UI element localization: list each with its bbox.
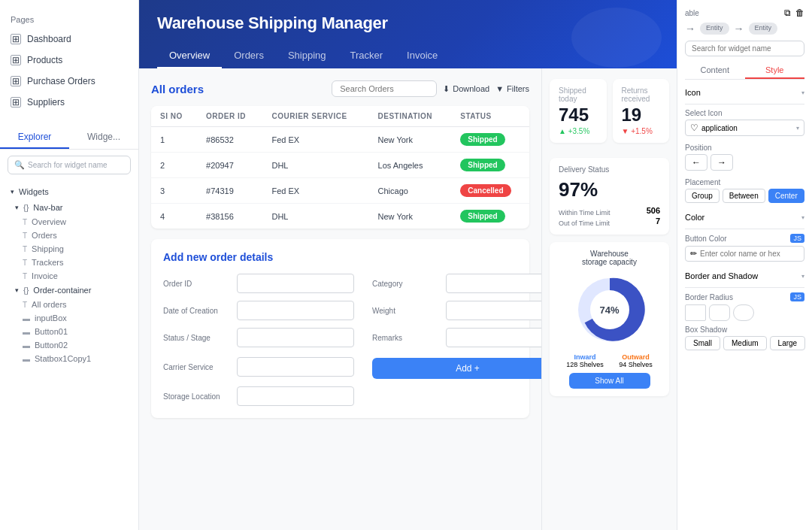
download-button[interactable]: ⬇ Download [443, 84, 489, 94]
icon-section-caret[interactable]: ▾ [801, 89, 804, 96]
filters-button[interactable]: ▼ Filters [495, 84, 529, 93]
widgets-section-header[interactable]: ▾ Widgets [0, 183, 138, 200]
config-search-input[interactable] [685, 41, 804, 56]
field-weight: Weight [372, 301, 541, 320]
config-border-shadow-section: Border and Shadow ▾ Border Radius JS Box… [685, 269, 804, 350]
input-category[interactable] [446, 274, 541, 293]
field-storage-location: Storage Location [163, 386, 354, 406]
config-tab-style[interactable]: Style [745, 62, 805, 79]
config-panel-label: able [685, 9, 699, 17]
widget-item-overview[interactable]: T Overview [0, 215, 138, 229]
delivery-title: Delivery Status [559, 165, 660, 174]
input-carrier-service[interactable] [237, 357, 354, 377]
sidebar-item-dashboard[interactable]: ⊞ Dashboard [0, 29, 138, 50]
position-left-button[interactable]: ← [685, 154, 707, 171]
col-order-id: ORDER ID [197, 106, 262, 127]
tab-explorer[interactable]: Explorer [0, 126, 69, 149]
add-order-form: Order ID Category Date of Creation Weigh… [163, 274, 517, 406]
tab-widget[interactable]: Widge... [69, 126, 138, 149]
arrow-right-icon-1: → [685, 23, 695, 35]
content-area: All orders ⬇ Download ▼ Filters [139, 68, 677, 530]
config-tab-content[interactable]: Content [685, 62, 745, 79]
nav-item-overview[interactable]: Overview [157, 44, 222, 68]
color-input-wrap: ✏ [685, 246, 804, 262]
show-all-button[interactable]: Show All [569, 373, 650, 389]
search-orders-input[interactable] [332, 80, 437, 97]
widget-item-orders[interactable]: T Orders [0, 229, 138, 242]
shadow-small-button[interactable]: Small [685, 336, 720, 350]
order-container-chevron: ▾ [15, 286, 19, 294]
label-order-id: Order ID [163, 280, 231, 288]
rect-icon-button01: ▬ [23, 328, 30, 336]
border-full-button[interactable] [733, 304, 754, 321]
inward-value: 128 Shelves [566, 361, 604, 368]
color-hex-input[interactable] [700, 250, 799, 258]
widget-search[interactable]: 🔍 Search for widget name [8, 156, 131, 174]
widget-item-inputbox[interactable]: ▬ inputBox [0, 311, 138, 325]
input-weight[interactable] [446, 301, 541, 320]
entity-badge-1[interactable]: Entity [700, 23, 729, 35]
nav-bar-chevron: ▾ [15, 204, 19, 211]
label-category: Category [372, 280, 440, 288]
icon-section-label: Icon [685, 88, 701, 97]
widget-item-shipping[interactable]: T Shipping [0, 242, 138, 256]
delete-icon[interactable]: 🗑 [795, 8, 804, 18]
nav-item-invoice[interactable]: Invoice [395, 44, 450, 68]
shadow-medium-button[interactable]: Medium [723, 336, 767, 350]
nav-item-orders[interactable]: Orders [222, 44, 276, 68]
rect-icon-inputbox: ▬ [23, 314, 30, 323]
cell-destination: Los Angeles [369, 153, 452, 178]
sidebar-item-purchase-orders[interactable]: ⊞ Purchase Orders [0, 71, 138, 92]
cell-courier: DHL [262, 204, 368, 229]
widget-item-button02[interactable]: ▬ Button02 [0, 338, 138, 352]
border-shadow-caret[interactable]: ▾ [801, 273, 804, 280]
border-shadow-divider [685, 287, 804, 288]
widget-group-nav-bar[interactable]: ▾ {} Nav-bar [0, 200, 138, 215]
suppliers-icon: ⊞ [11, 97, 21, 108]
entity-badge-2[interactable]: Entity [749, 23, 778, 35]
placement-center-button[interactable]: Center [768, 189, 804, 203]
input-remarks[interactable] [446, 328, 541, 347]
shadow-large-button[interactable]: Large [770, 336, 806, 350]
input-storage-location[interactable] [237, 386, 354, 406]
widget-item-trackers[interactable]: T Trackers [0, 256, 138, 269]
cell-si: 3 [151, 178, 197, 204]
widget-item-all-orders[interactable]: T All orders [0, 298, 138, 311]
border-round-button[interactable] [709, 304, 730, 321]
stat-shipped-today: Shipped today 745 ▲ +3.5% [550, 79, 607, 143]
cell-status: Shipped [451, 127, 529, 153]
widget-item-button01[interactable]: ▬ Button01 [0, 325, 138, 338]
widget-group-order-container[interactable]: ▾ {} Order-container [0, 283, 138, 298]
within-time-value: 506 [647, 206, 660, 217]
color-divider [685, 229, 804, 229]
label-carrier-service: Carrier Service [163, 363, 231, 371]
shipped-today-value: 745 [559, 104, 598, 126]
field-remarks: Remarks [372, 328, 541, 347]
js-badge: JS [790, 234, 804, 243]
widget-item-statbox1copy1[interactable]: ▬ Statbox1Copy1 [0, 352, 138, 365]
add-button[interactable]: Add + [372, 358, 541, 379]
pencil-icon: ✏ [690, 249, 697, 259]
sidebar-tabs: Explorer Widge... [0, 126, 138, 150]
border-square-button[interactable] [685, 304, 706, 321]
placement-group-button[interactable]: Group [685, 189, 720, 203]
color-section-caret[interactable]: ▾ [801, 214, 804, 221]
delivery-card: Delivery Status 97% Within Time Limit 50… [550, 158, 669, 235]
cell-status: Shipped [451, 153, 529, 178]
input-status-stage[interactable] [237, 328, 354, 347]
placement-between-button[interactable]: Between [723, 189, 765, 203]
sidebar-item-products[interactable]: ⊞ Products [0, 50, 138, 71]
copy-icon[interactable]: ⧉ [784, 8, 791, 18]
dashboard-icon: ⊞ [11, 34, 21, 44]
sidebar-item-suppliers[interactable]: ⊞ Suppliers [0, 92, 138, 113]
box-shadow-label: Box Shadow [685, 326, 804, 334]
input-date-creation[interactable] [237, 301, 354, 320]
icon-dropdown-caret[interactable]: ▾ [796, 125, 799, 132]
label-weight: Weight [372, 307, 440, 315]
input-order-id[interactable] [237, 274, 354, 293]
border-radius-buttons [685, 304, 804, 321]
nav-item-tracker[interactable]: Tracker [338, 44, 395, 68]
nav-item-shipping[interactable]: Shipping [276, 44, 338, 68]
widget-item-invoice[interactable]: T Invoice [0, 269, 138, 283]
position-right-button[interactable]: → [710, 154, 733, 171]
